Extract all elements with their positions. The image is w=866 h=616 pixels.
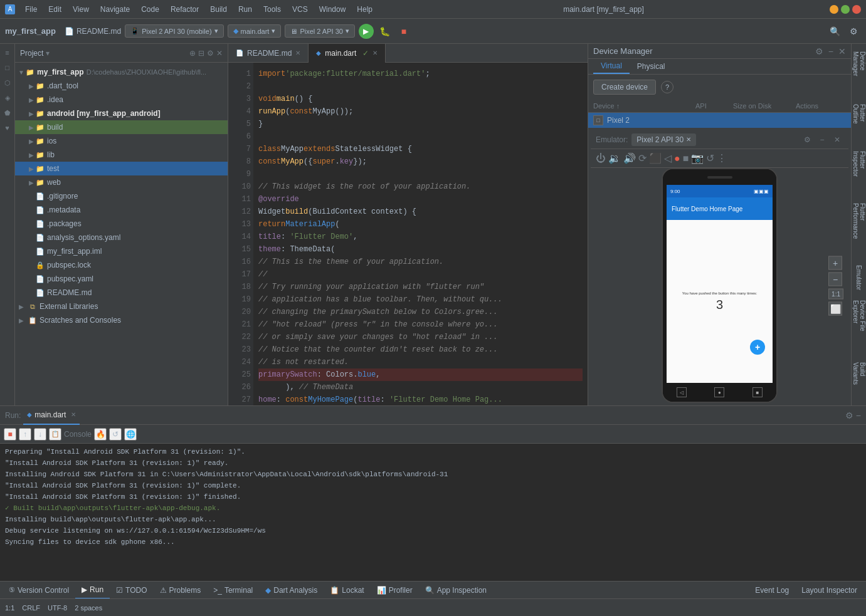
menu-view[interactable]: View [68,4,94,15]
phone-back-button[interactable]: ◁ [677,387,687,397]
settings-button[interactable]: ⚙ [846,24,861,39]
run-tab-close-icon[interactable]: ✕ [71,411,76,418]
tab-todo[interactable]: ☑ TODO [110,582,153,599]
right-icon-device-file-explorer[interactable]: Device File Explorer [851,295,867,358]
scroll-down-button[interactable]: ↓ [34,428,46,441]
zoom-fit-button[interactable]: ⬜ [828,301,842,315]
emulator-back-icon[interactable]: ◁ [664,152,672,164]
tree-item-pubspec-yaml[interactable]: 📄 pubspec.yaml [15,272,228,286]
menu-file[interactable]: File [20,4,42,15]
menu-navigate[interactable]: Navigate [95,4,135,15]
api-selector[interactable]: 🖥 Pixel 2 API 30 ▾ [285,24,355,38]
left-icon-6[interactable]: ♥ [1,122,14,134]
project-icon-add[interactable]: ⊕ [189,49,196,58]
tab-run[interactable]: ▶ Run [75,582,110,599]
right-icon-flutter-performance[interactable]: Flutter Performance [851,198,867,260]
menu-run[interactable]: Run [233,4,257,15]
emulator-expand-icon[interactable]: ⬛ [649,152,662,164]
search-button[interactable]: 🔍 [827,24,842,39]
stop-button[interactable]: ■ [396,24,411,39]
tree-item-metadata[interactable]: 📄 .metadata [15,203,228,217]
status-crlf[interactable]: CRLF [22,604,40,612]
emulator-rotate-icon[interactable]: ⟳ [638,152,647,164]
menu-refactor[interactable]: Refactor [166,4,204,15]
console-clear-button[interactable]: 🌐 [124,428,137,441]
console-fire-button[interactable]: 🔥 [94,428,107,441]
tab-profiler[interactable]: 📊 Profiler [371,582,419,599]
device-tab-virtual[interactable]: Virtual [593,59,630,74]
tab-problems[interactable]: ⚠ Problems [154,582,208,599]
menu-build[interactable]: Build [205,4,232,15]
tab-terminal[interactable]: >_ Terminal [207,582,259,599]
right-icon-flutter-outline[interactable]: Flutter Outline [851,99,867,146]
tree-item-external-libs[interactable]: ▶ ⧉ External Libraries [15,300,228,313]
project-icon-close[interactable]: ✕ [216,49,223,58]
device-tab-physical[interactable]: Physical [630,60,673,73]
zoom-out-button[interactable]: − [828,272,842,286]
left-icon-5[interactable]: ⬟ [1,107,14,119]
tree-item-gitignore[interactable]: 📄 .gitignore [15,189,228,203]
menu-code[interactable]: Code [136,4,164,15]
emulator-tab[interactable]: Pixel 2 API 30 ✕ [631,133,696,146]
tree-item-web[interactable]: ▶ 📁 web [15,175,228,189]
left-icon-2[interactable]: □ [1,61,14,74]
tab-event-log[interactable]: Event Log [749,582,795,599]
tab-dart-analysis[interactable]: ◆ Dart Analysis [259,582,324,599]
left-icon-1[interactable]: ≡ [1,46,14,59]
tab-readme[interactable]: 📄 README.md ✕ [228,44,309,63]
console-reload-button[interactable]: ↺ [109,428,122,441]
tree-item-android[interactable]: ▶ 📁 android [my_first_app_android] [15,107,228,120]
branch-selector[interactable]: ◆ main.dart ▾ [228,24,282,38]
tree-item-idea[interactable]: ▶ 📁 .idea [15,93,228,107]
run-panel-main-dart-tab[interactable]: ◆ main.dart ✕ [23,406,80,425]
emulator-power-icon[interactable]: ⏻ [596,153,606,164]
tree-item-pubspec-lock[interactable]: 🔒 pubspec.lock [15,258,228,272]
device-manager-close-icon[interactable]: − [828,46,833,56]
close-button[interactable] [852,5,861,14]
phone-home-button[interactable]: ● [714,387,724,397]
left-icon-3[interactable]: ⬡ [1,76,14,89]
create-device-button[interactable]: Create device [593,80,656,95]
device-selector[interactable]: 📱 Pixel 2 API 30 (mobile) ▾ [125,24,223,38]
tree-item-readme[interactable]: 📄 README.md [15,286,228,300]
device-row-pixel2[interactable]: □ Pixel 2 [588,113,851,128]
tree-item-dart-tool[interactable]: ▶ 📁 .dart_tool [15,79,228,93]
project-icon-settings[interactable]: ⚙ [207,49,214,58]
left-icon-4[interactable]: ◈ [1,91,14,104]
emulator-minimize-icon[interactable]: − [816,133,828,146]
tree-item-scratches[interactable]: ▶ 📋 Scratches and Consoles [15,313,228,327]
emulator-vol-down-icon[interactable]: 🔉 [608,152,621,164]
status-charset[interactable]: UTF-8 [48,604,67,612]
minimize-button[interactable] [830,5,838,14]
right-icon-device-manager[interactable]: Device Manager [851,46,867,99]
project-icon-collapse[interactable]: ⊟ [198,49,204,58]
menu-edit[interactable]: Edit [43,4,66,15]
tree-item-ios[interactable]: ▶ 📁 ios [15,134,228,148]
console-tab-button[interactable]: 📋 [49,428,61,441]
tree-item-iml[interactable]: 📄 my_first_app.iml [15,244,228,258]
menu-tools[interactable]: Tools [258,4,286,15]
maximize-button[interactable] [841,5,850,14]
menu-help[interactable]: Help [352,4,378,15]
tab-version-control[interactable]: ⑤ Version Control [3,582,75,599]
tab-lockat[interactable]: 📋 Lockat [324,582,370,599]
dart-tab-close[interactable]: ✕ [372,50,378,56]
right-icon-build-variants[interactable]: Build Variants [851,357,867,403]
run-button[interactable]: ▶ [359,24,374,39]
zoom-in-button[interactable]: + [828,256,842,269]
menu-window[interactable]: Window [314,4,351,15]
project-dropdown-icon[interactable]: ▾ [46,49,50,58]
tree-item-lib[interactable]: ▶ 📁 lib [15,148,228,162]
device-manager-collapse-icon[interactable]: ✕ [838,46,846,56]
help-button[interactable]: ? [661,81,673,93]
right-icon-emulator[interactable]: Emulator [854,260,863,295]
emulator-stop-icon[interactable]: ■ [683,153,689,164]
emulator-settings-icon[interactable]: ⚙ [801,133,813,146]
phone-recents-button[interactable]: ■ [752,387,763,397]
status-line-col[interactable]: 1:1 [5,604,14,612]
emulator-more-icon[interactable]: ⋮ [717,152,727,164]
tree-item-test[interactable]: ▶ 📁 test [15,162,228,175]
debug-button[interactable]: 🐛 [378,24,393,39]
menu-vcs[interactable]: VCS [287,4,313,15]
tab-layout-inspector[interactable]: Layout Inspector [795,582,863,599]
